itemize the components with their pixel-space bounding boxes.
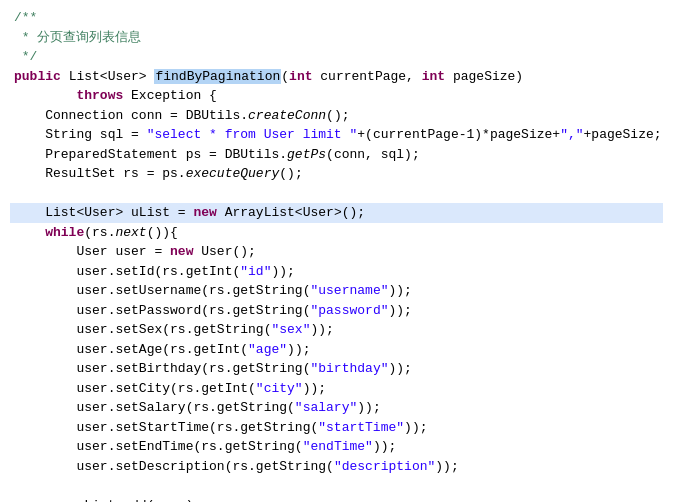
keyword-new2: new (170, 244, 193, 259)
ps-end: (conn, sql); (326, 147, 420, 162)
str-desc: "description" (334, 459, 435, 474)
code-line-24: user.setDescription(rs.getString("descri… (10, 457, 663, 477)
while-end: ()){ (147, 225, 178, 240)
code-line-8: PreparedStatement ps = DBUtils.getPs(con… (10, 145, 663, 165)
code-line-11: List<User> uList = new ArrayList<User>()… (10, 203, 663, 223)
setendtime-end: )); (373, 439, 396, 454)
code-line-15: user.setUsername(rs.getString("username"… (10, 281, 663, 301)
code-line-22: user.setStartTime(rs.getString("startTim… (10, 418, 663, 438)
str-birthday: "birthday" (310, 361, 388, 376)
code-line-19: user.setBirthday(rs.getString("birthday"… (10, 359, 663, 379)
ulist-decl: List<User> uList = (45, 205, 193, 220)
code-line-6: Connection conn = DBUtils.createConn(); (10, 106, 663, 126)
code-line-9: ResultSet rs = ps.executeQuery(); (10, 164, 663, 184)
setusername-end: )); (388, 283, 411, 298)
param2: pageSize) (445, 69, 523, 84)
method-highlight: findByPagination (154, 69, 281, 84)
code-block: /** * 分页查询列表信息 */ public List<User> find… (0, 8, 673, 502)
setdesc: user.setDescription(rs.getString( (76, 459, 333, 474)
ulist-add: uList.add(user); (76, 498, 201, 503)
keyword-public: public (14, 69, 61, 84)
code-line-25 (10, 476, 663, 496)
setcity: user.setCity(rs.getInt( (76, 381, 255, 396)
code-line-20: user.setCity(rs.getInt("city")); (10, 379, 663, 399)
code-line-18: user.setAge(rs.getInt("age")); (10, 340, 663, 360)
sql-decl: String sql = (45, 127, 146, 142)
str-endtime: "endTime" (303, 439, 373, 454)
code-line-3: */ (10, 47, 663, 67)
exception: Exception { (123, 88, 217, 103)
code-line-7: String sql = "select * from User limit "… (10, 125, 663, 145)
setid: user.setId(rs.getInt( (76, 264, 240, 279)
conn-end: (); (326, 108, 349, 123)
ps-decl: PreparedStatement ps = DBUtils. (45, 147, 287, 162)
keyword-throws: throws (76, 88, 123, 103)
code-line-5: throws Exception { (10, 86, 663, 106)
code-container: /** * 分页查询列表信息 */ public List<User> find… (0, 0, 673, 502)
keyword-int1: int (289, 69, 312, 84)
str-salary: "salary" (295, 400, 357, 415)
user-new: User(); (193, 244, 255, 259)
str-password: "password" (310, 303, 388, 318)
code-line-1: /** (10, 8, 663, 28)
setpassword: user.setPassword(rs.getString( (76, 303, 310, 318)
user-decl: User user = (76, 244, 170, 259)
setstarttime: user.setStartTime(rs.getString( (76, 420, 318, 435)
ulist-new: ArrayList<User>(); (217, 205, 365, 220)
setage: user.setAge(rs.getInt( (76, 342, 248, 357)
param1: currentPage, (313, 69, 422, 84)
setage-end: )); (287, 342, 310, 357)
code-line-23: user.setEndTime(rs.getString("endTime"))… (10, 437, 663, 457)
code-line-21: user.setSalary(rs.getString("salary")); (10, 398, 663, 418)
rs-decl: ResultSet rs = ps. (45, 166, 185, 181)
createconn-call: createConn (248, 108, 326, 123)
setstarttime-end: )); (404, 420, 427, 435)
code-line-17: user.setSex(rs.getString("sex")); (10, 320, 663, 340)
sql-pagesize: +pageSize; (584, 127, 662, 142)
code-line-2: * 分页查询列表信息 (10, 28, 663, 48)
sql-comma: "," (560, 127, 583, 142)
setsalary-end: )); (357, 400, 380, 415)
setsex-end: )); (310, 322, 333, 337)
conn-decl: Connection conn = DBUtils. (45, 108, 248, 123)
executequery-call: executeQuery (186, 166, 280, 181)
code-line-16: user.setPassword(rs.getString("password"… (10, 301, 663, 321)
setcity-end: )); (303, 381, 326, 396)
setdesc-end: )); (435, 459, 458, 474)
code-line-12: while(rs.next()){ (10, 223, 663, 243)
code-line-13: User user = new User(); (10, 242, 663, 262)
sql-string: "select * from User limit " (147, 127, 358, 142)
code-line-4: public List<User> findByPagination(int c… (10, 67, 663, 87)
next-call: next (115, 225, 146, 240)
str-sex: "sex" (271, 322, 310, 337)
str-city: "city" (256, 381, 303, 396)
setsex: user.setSex(rs.getString( (76, 322, 271, 337)
keyword-int2: int (422, 69, 445, 84)
code-line-10 (10, 184, 663, 204)
keyword-while: while (45, 225, 84, 240)
str-starttime: "startTime" (318, 420, 404, 435)
str-age: "age" (248, 342, 287, 357)
setbirthday-end: )); (388, 361, 411, 376)
code-line-14: user.setId(rs.getInt("id")); (10, 262, 663, 282)
params: ( (281, 69, 289, 84)
rs-end: (); (279, 166, 302, 181)
while-cond: (rs. (84, 225, 115, 240)
setbirthday: user.setBirthday(rs.getString( (76, 361, 310, 376)
setsalary: user.setSalary(rs.getString( (76, 400, 294, 415)
sql-concat: +(currentPage-1)*pageSize+ (357, 127, 560, 142)
setendtime: user.setEndTime(rs.getString( (76, 439, 302, 454)
getps-call: getPs (287, 147, 326, 162)
setusername: user.setUsername(rs.getString( (76, 283, 310, 298)
code-line-26: uList.add(user); (10, 496, 663, 503)
type-list: List<User> (69, 69, 155, 84)
setpassword-end: )); (388, 303, 411, 318)
str-id: "id" (240, 264, 271, 279)
keyword-new1: new (193, 205, 216, 220)
str-username: "username" (310, 283, 388, 298)
setid-end: )); (271, 264, 294, 279)
